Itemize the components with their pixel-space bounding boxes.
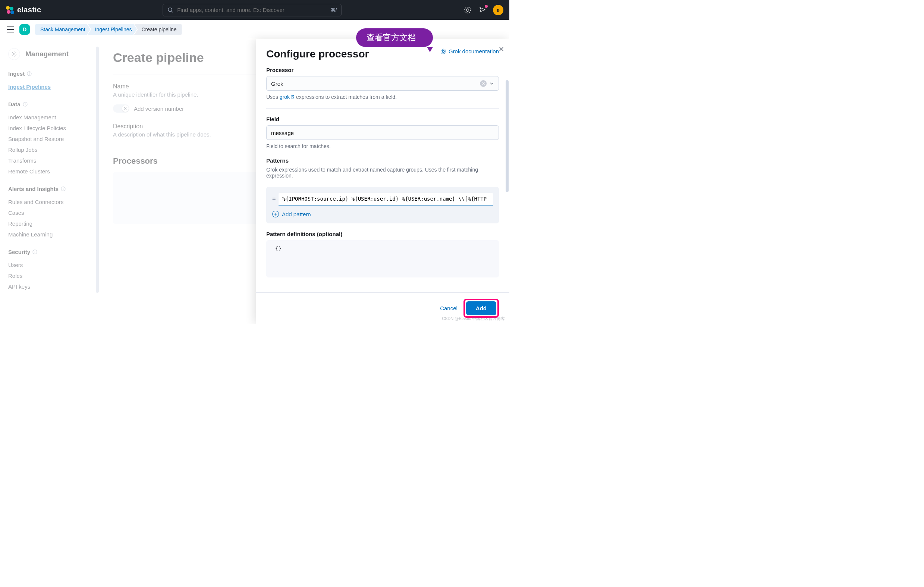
flyout-title: Configure processor xyxy=(266,48,369,60)
help-icon xyxy=(441,48,446,54)
annotation-callout: 查看官方文档 xyxy=(356,28,433,52)
user-avatar[interactable]: e xyxy=(493,5,503,15)
chevron-down-icon xyxy=(490,81,494,86)
watermark: CSDN @Elastic 中国社区官方博客 xyxy=(442,316,505,322)
svg-point-1 xyxy=(465,7,470,13)
space-selector[interactable]: D xyxy=(20,24,30,35)
grok-link[interactable]: grok xyxy=(280,94,295,100)
svg-point-0 xyxy=(168,8,172,12)
help-icon[interactable] xyxy=(463,6,472,15)
processor-value: Grok xyxy=(271,81,284,87)
cancel-button[interactable]: Cancel xyxy=(440,305,457,312)
plus-circle-icon: + xyxy=(272,211,279,218)
brand-text: elastic xyxy=(17,6,41,14)
newsfeed-icon[interactable] xyxy=(478,6,487,15)
svg-point-2 xyxy=(467,8,469,11)
pattern-definitions-label: Pattern definitions (optional) xyxy=(266,231,499,237)
external-link-icon xyxy=(290,94,295,100)
logo[interactable]: elastic xyxy=(6,6,41,14)
field-help: Field to search for matches. xyxy=(266,143,499,149)
add-button-highlight: Add xyxy=(464,299,499,318)
search-icon xyxy=(167,7,173,13)
search-shortcut: ⌘/ xyxy=(331,7,337,13)
grok-documentation-link[interactable]: Grok documentation xyxy=(441,48,499,54)
patterns-label: Patterns xyxy=(266,157,499,164)
processor-help: Uses grok expressions to extract matches… xyxy=(266,94,499,100)
patterns-help: Grok expressions used to match and extra… xyxy=(266,167,499,179)
processor-combobox[interactable]: Grok ✕ xyxy=(266,76,499,91)
breadcrumb: Stack Management Ingest Pipelines Create… xyxy=(35,24,182,35)
add-pattern-button[interactable]: + Add pattern xyxy=(272,211,493,218)
clear-icon[interactable]: ✕ xyxy=(480,80,487,87)
close-icon[interactable]: ✕ xyxy=(498,45,504,53)
pattern-definitions-editor[interactable]: {} xyxy=(266,240,499,277)
nav-toggle-icon[interactable] xyxy=(7,26,14,33)
breadcrumb-stack-management[interactable]: Stack Management xyxy=(35,24,91,35)
elastic-logo-icon xyxy=(6,6,14,14)
notification-dot xyxy=(485,5,488,8)
field-label: Field xyxy=(266,116,499,122)
add-button[interactable]: Add xyxy=(466,301,496,315)
callout-tail xyxy=(427,47,433,52)
drag-handle-icon[interactable]: = xyxy=(272,196,275,203)
svg-point-17 xyxy=(442,50,444,53)
field-input[interactable] xyxy=(266,125,499,140)
breadcrumb-bar: D Stack Management Ingest Pipelines Crea… xyxy=(0,20,509,39)
global-search-input[interactable] xyxy=(177,7,327,13)
breadcrumb-create-pipeline: Create pipeline xyxy=(134,24,182,35)
flyout-scrollbar[interactable] xyxy=(506,80,508,192)
callout-text: 查看官方文档 xyxy=(356,28,433,47)
pattern-input[interactable] xyxy=(279,193,493,206)
top-bar: elastic ⌘/ e xyxy=(0,0,509,20)
configure-processor-flyout: ✕ Configure processor Grok documentation… xyxy=(256,39,509,324)
svg-point-16 xyxy=(441,49,446,54)
breadcrumb-ingest-pipelines[interactable]: Ingest Pipelines xyxy=(87,24,137,35)
processor-label: Processor xyxy=(266,67,499,73)
patterns-container: = + Add pattern xyxy=(266,187,499,223)
global-search[interactable]: ⌘/ xyxy=(163,4,342,16)
